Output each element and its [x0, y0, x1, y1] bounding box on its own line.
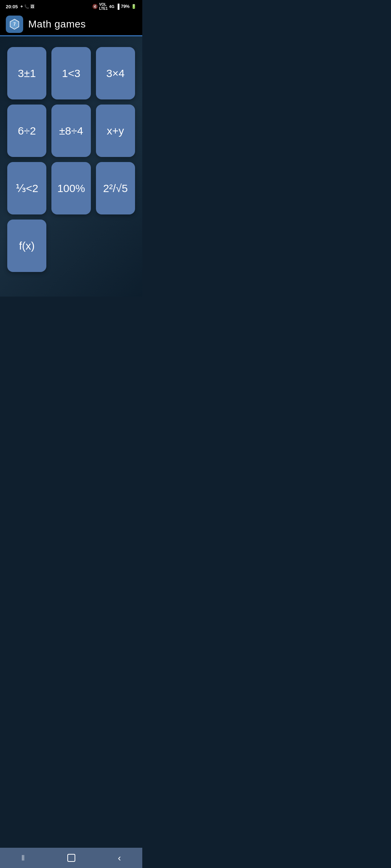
app-title: Math games	[28, 18, 86, 30]
game-card-power-root[interactable]: 2²/√5	[96, 162, 135, 214]
games-grid: 3±1 1<3 3×4 6÷2 ±8÷4 x+y ⅓<2 100% 2²/√5	[7, 47, 135, 214]
games-row-single: f(x)	[7, 220, 135, 272]
notification-icons: ✦ 📞 🖼	[20, 4, 34, 9]
app-icon: 7	[6, 16, 23, 33]
signal-icon: ▐	[116, 4, 119, 9]
time-display: 20:05	[6, 4, 18, 9]
game-card-addition-subtraction[interactable]: 3±1	[7, 47, 46, 99]
game-card-percentage[interactable]: 100%	[51, 162, 91, 214]
game-card-function[interactable]: f(x)	[7, 220, 46, 272]
app-bar: 7 Math games	[0, 13, 142, 36]
battery-icon: 🔋	[131, 4, 136, 9]
svg-text:7: 7	[13, 22, 16, 27]
main-content: ∑ π 7 ∞ √x 2+3 ∫ f(x)= ÷ α² 3±1 1<3 3×4 …	[0, 36, 142, 297]
game-card-division[interactable]: 6÷2	[7, 105, 46, 157]
game-card-fraction-comparison[interactable]: ⅓<2	[7, 162, 46, 214]
4g-icon: 4G	[109, 4, 114, 9]
status-bar: 20:05 ✦ 📞 🖼 🔇 VOLLTE1 4G ▐ 79% 🔋	[0, 0, 142, 13]
status-bar-right: 🔇 VOLLTE1 4G ▐ 79% 🔋	[92, 3, 136, 10]
network-icon: VOLLTE1	[99, 3, 108, 10]
game-card-signed-division[interactable]: ±8÷4	[51, 105, 91, 157]
game-card-algebra[interactable]: x+y	[96, 105, 135, 157]
game-card-multiplication[interactable]: 3×4	[96, 47, 135, 99]
mute-icon: 🔇	[92, 4, 98, 9]
game-card-comparison[interactable]: 1<3	[51, 47, 91, 99]
battery-percent: 79%	[121, 4, 130, 9]
status-bar-left: 20:05 ✦ 📞 🖼	[6, 4, 34, 9]
